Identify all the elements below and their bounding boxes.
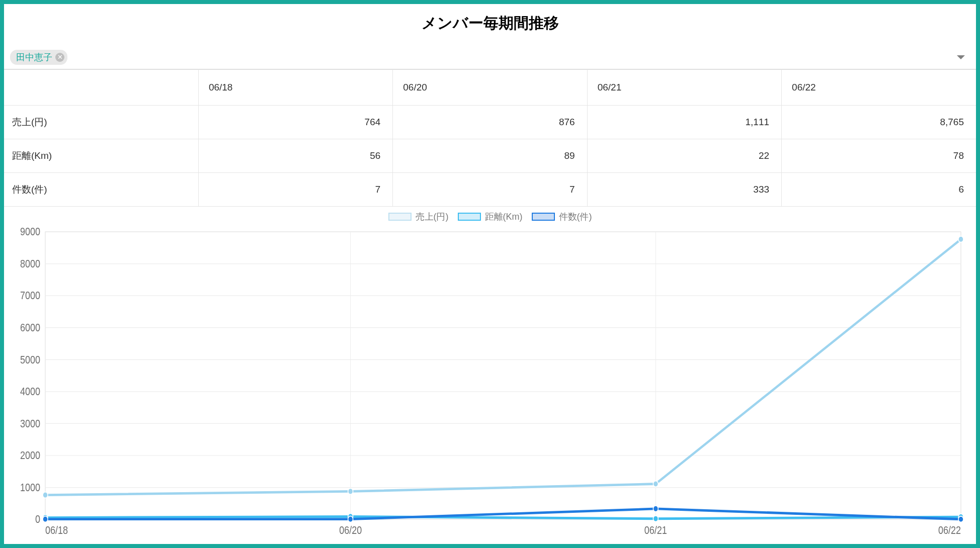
svg-point-32 bbox=[958, 236, 963, 242]
table-header: 06/21 bbox=[587, 70, 781, 106]
close-icon[interactable]: ✕ bbox=[55, 53, 64, 62]
filter-chip[interactable]: 田中恵子 ✕ bbox=[10, 50, 67, 65]
table-row: 件数(件) 7 7 333 6 bbox=[4, 173, 976, 207]
svg-point-29 bbox=[43, 492, 48, 498]
page-title: メンバー毎期間推移 bbox=[4, 4, 976, 39]
svg-text:9000: 9000 bbox=[20, 226, 40, 238]
svg-text:06/20: 06/20 bbox=[339, 524, 362, 536]
svg-point-38 bbox=[348, 516, 353, 522]
legend-item[interactable]: 距離(Km) bbox=[458, 211, 523, 223]
chevron-down-icon[interactable] bbox=[957, 55, 965, 59]
legend-swatch bbox=[388, 213, 412, 221]
svg-text:06/22: 06/22 bbox=[938, 524, 961, 536]
line-chart: 010002000300040005000600070008000900006/… bbox=[12, 226, 968, 540]
summary-table: 06/18 06/20 06/21 06/22 売上(円) 764 876 1,… bbox=[4, 69, 976, 207]
svg-point-30 bbox=[348, 488, 353, 494]
cell: 6 bbox=[782, 173, 976, 207]
chart-area: 売上(円)距離(Km)件数(件) 01000200030004000500060… bbox=[4, 207, 976, 544]
svg-text:0: 0 bbox=[35, 513, 40, 525]
table-row: 売上(円) 764 876 1,111 8,765 bbox=[4, 106, 976, 139]
svg-text:06/21: 06/21 bbox=[644, 524, 667, 536]
svg-point-31 bbox=[653, 481, 658, 487]
legend-swatch bbox=[458, 213, 481, 221]
svg-text:06/18: 06/18 bbox=[45, 524, 68, 536]
svg-text:8000: 8000 bbox=[20, 257, 40, 269]
svg-text:4000: 4000 bbox=[20, 386, 40, 398]
svg-text:5000: 5000 bbox=[20, 353, 40, 366]
cell: 7 bbox=[198, 173, 392, 207]
table-header: 06/22 bbox=[782, 70, 976, 106]
cell: 78 bbox=[782, 139, 976, 173]
chart-legend: 売上(円)距離(Km)件数(件) bbox=[12, 209, 968, 226]
cell: 7 bbox=[393, 173, 587, 207]
row-label: 売上(円) bbox=[4, 106, 198, 139]
cell: 876 bbox=[393, 106, 587, 139]
cell: 56 bbox=[198, 139, 392, 173]
svg-text:3000: 3000 bbox=[20, 417, 40, 429]
cell: 764 bbox=[198, 106, 392, 139]
row-label: 件数(件) bbox=[4, 173, 198, 207]
table-header: 06/20 bbox=[393, 70, 587, 106]
svg-text:1000: 1000 bbox=[20, 481, 40, 493]
cell: 333 bbox=[587, 173, 781, 207]
row-label: 距離(Km) bbox=[4, 139, 198, 173]
svg-point-37 bbox=[43, 516, 48, 522]
svg-point-39 bbox=[653, 506, 658, 512]
legend-item[interactable]: 件数(件) bbox=[532, 211, 592, 223]
cell: 8,765 bbox=[782, 106, 976, 139]
legend-label: 距離(Km) bbox=[485, 211, 523, 223]
table-header: 06/18 bbox=[198, 70, 392, 106]
legend-swatch bbox=[532, 213, 555, 221]
table-header-blank bbox=[4, 70, 198, 106]
cell: 22 bbox=[587, 139, 781, 173]
cell: 1,111 bbox=[587, 106, 781, 139]
svg-point-35 bbox=[653, 516, 658, 522]
svg-point-40 bbox=[958, 516, 963, 522]
cell: 89 bbox=[393, 139, 587, 173]
main-panel: メンバー毎期間推移 田中恵子 ✕ 06/18 06/20 06/21 06/22… bbox=[4, 4, 976, 544]
member-filter[interactable]: 田中恵子 ✕ bbox=[4, 39, 976, 69]
legend-label: 売上(円) bbox=[416, 211, 449, 223]
legend-label: 件数(件) bbox=[559, 211, 592, 223]
svg-text:2000: 2000 bbox=[20, 449, 40, 462]
table-row: 距離(Km) 56 89 22 78 bbox=[4, 139, 976, 173]
filter-chip-label: 田中恵子 bbox=[16, 51, 52, 63]
table-header-row: 06/18 06/20 06/21 06/22 bbox=[4, 70, 976, 106]
legend-item[interactable]: 売上(円) bbox=[388, 211, 449, 223]
svg-text:6000: 6000 bbox=[20, 321, 40, 333]
svg-text:7000: 7000 bbox=[20, 290, 40, 302]
svg-rect-0 bbox=[45, 232, 961, 519]
